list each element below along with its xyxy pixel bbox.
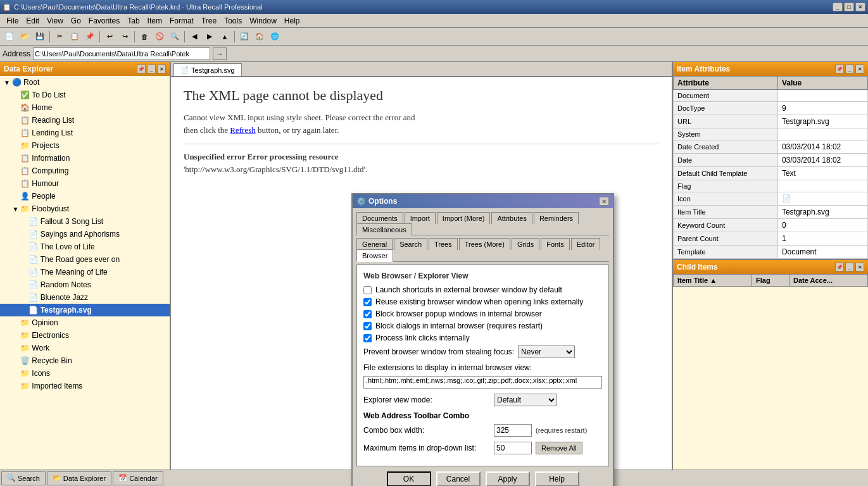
explorer-mode-select[interactable]: Default IE [494,394,557,406]
data-explorer-status-button[interactable]: 📂 Data Explorer [47,471,111,485]
close-panel-button[interactable]: ✕ [157,65,166,73]
tree-item-sayings[interactable]: 📄 Sayings and Aphorisms [0,228,170,240]
tree-item-floobydust[interactable]: ▼ 📁 Floobydust [0,202,170,215]
tree-item-root[interactable]: ▼ 🔵 Root [0,76,170,89]
tab-editor[interactable]: Editor [571,238,601,250]
tree-item-random[interactable]: 📄 Random Notes [0,278,170,291]
forward-button[interactable]: ▶ [203,30,217,44]
pin-button[interactable]: 📌 [137,65,146,73]
cb-launch-shortcuts[interactable] [363,286,372,294]
tree-toggle-icons[interactable] [11,370,20,377]
menu-tree[interactable]: Tree [198,15,220,27]
maximize-button[interactable]: □ [844,3,854,11]
tree-toggle-humour[interactable] [11,180,20,187]
back-button[interactable]: ◀ [187,30,201,44]
child-minimize-button[interactable]: _ [845,263,854,271]
child-pin-button[interactable]: 📌 [835,263,844,271]
menu-tab[interactable]: Tab [123,15,143,27]
address-input[interactable] [33,47,210,60]
tree-toggle-information[interactable] [11,155,20,162]
tree-item-imported[interactable]: 📁 Imported Items [0,380,170,392]
tree-toggle-recycle[interactable] [11,358,20,364]
tab-browser[interactable]: Browser [356,249,393,262]
redo-button[interactable]: ↪ [118,30,132,44]
tree-toggle-meaning[interactable] [20,269,28,276]
menu-file[interactable]: File [3,15,22,27]
tree-toggle-opinion[interactable] [11,320,20,327]
tab-documents[interactable]: Documents [356,212,403,224]
tree-toggle-computing[interactable] [11,168,20,175]
tree-item-recycle[interactable]: 🗑️ Recycle Bin [0,354,170,367]
help-button[interactable]: Help [535,471,579,486]
tree-toggle-fallout[interactable] [20,218,28,225]
search-status-button[interactable]: 🔍 Search [1,471,46,485]
combo-width-input[interactable] [494,424,532,437]
tab-general[interactable]: General [356,238,393,250]
tree-toggle-work[interactable] [11,345,20,352]
tab-attributes[interactable]: Attributes [491,212,532,224]
menu-item[interactable]: Item [144,15,166,27]
address-go-button[interactable]: → [213,47,227,60]
tree-toggle-testgraph[interactable] [20,307,28,314]
tree-toggle-root[interactable]: ▼ [3,79,11,86]
remove-all-button[interactable]: Remove All [536,442,582,454]
tree-item-people[interactable]: 👤 People [0,190,170,202]
tree-item-icons[interactable]: 📁 Icons [0,367,170,380]
menu-edit[interactable]: Edit [22,15,43,27]
delete-button[interactable]: 🗑 [137,30,151,44]
menu-tools[interactable]: Tools [220,15,246,27]
search-button[interactable]: 🔍 [168,30,182,44]
tree-toggle-lending[interactable] [11,130,20,137]
tree-toggle-road[interactable] [20,256,28,263]
menu-view[interactable]: View [43,15,67,27]
tab-import[interactable]: Import [405,212,436,224]
cut-button[interactable]: ✂ [53,30,66,44]
tab-import-more[interactable]: Import (More) [437,212,491,224]
save-button[interactable]: 💾 [33,30,47,44]
undo-button[interactable]: ↩ [103,30,116,44]
tab-trees-more[interactable]: Trees (More) [459,238,510,250]
max-items-input[interactable] [494,442,532,454]
copy-button[interactable]: 📋 [68,30,82,44]
tree-item-projects[interactable]: 📁 Projects [0,139,170,152]
tab-search[interactable]: Search [394,238,427,250]
tree-item-work[interactable]: 📁 Work [0,342,170,354]
tree-toggle-electronics[interactable] [11,332,20,339]
menu-window[interactable]: Window [246,15,280,27]
tree-item-electronics[interactable]: 📁 Electronics [0,329,170,342]
tree-item-testgraph[interactable]: 📄 Testgraph.svg [0,304,170,316]
new-button[interactable]: 📄 [3,30,16,44]
cb-block-popup[interactable] [363,310,372,318]
paste-button[interactable]: 📌 [83,30,97,44]
tab-grids[interactable]: Grids [512,238,539,250]
cb-reuse-browser[interactable] [363,298,372,306]
tree-item-reading[interactable]: 📋 Reading List [0,114,170,127]
stop-button[interactable]: 🚫 [153,30,167,44]
tree-item-meaning[interactable]: 📄 The Meaning of Life [0,266,170,278]
prevent-focus-select[interactable]: Never Always [518,346,575,358]
tab-trees[interactable]: Trees [429,238,458,250]
menu-format[interactable]: Format [166,15,198,27]
ok-button[interactable]: OK [387,471,431,486]
open-button[interactable]: 📂 [18,30,32,44]
dialog-close-button[interactable]: ✕ [599,197,609,206]
apply-button[interactable]: Apply [486,471,530,486]
minimize-button[interactable]: _ [833,3,843,11]
cancel-button[interactable]: Cancel [436,471,481,486]
tree-item-humour[interactable]: 📋 Humour [0,177,170,190]
tree-toggle-todo[interactable] [11,92,20,99]
refresh-button[interactable]: 🔄 [237,30,251,44]
tab-testgraph[interactable]: 📄 Testgraph.svg [173,63,242,76]
tree-toggle-bluenote[interactable] [20,294,28,301]
tree-item-love[interactable]: 📄 The Love of Life [0,240,170,253]
tree-toggle-projects[interactable] [11,142,20,149]
menu-go[interactable]: Go [67,15,85,27]
tree-item-bluenote[interactable]: 📄 Bluenote Jazz [0,291,170,304]
close-button[interactable]: ✕ [855,3,865,11]
tree-item-opinion[interactable]: 📁 Opinion [0,316,170,329]
tree-toggle-love[interactable] [20,244,28,251]
tree-item-computing[interactable]: 📋 Computing [0,165,170,177]
calendar-status-button[interactable]: 📅 Calendar [113,471,163,485]
attr-close-button[interactable]: ✕ [855,65,864,73]
refresh-link[interactable]: Refresh [230,125,255,135]
